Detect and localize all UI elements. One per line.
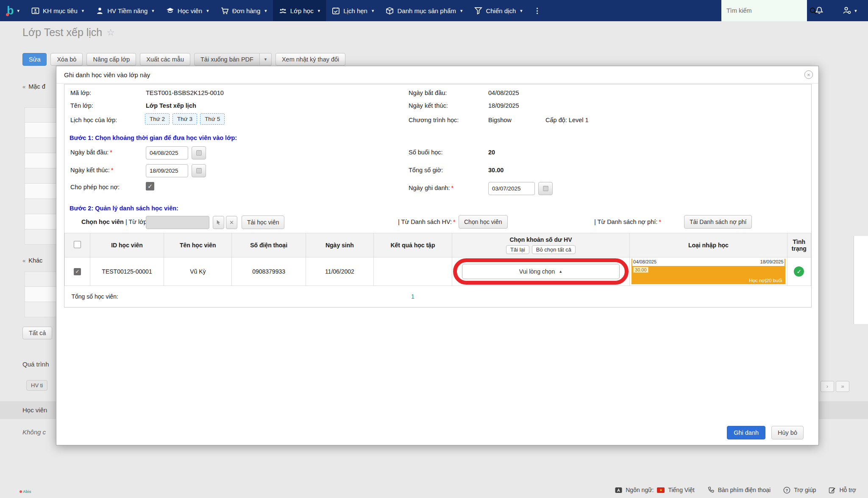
enrollment-end-date: 18/09/2025 bbox=[760, 259, 784, 266]
allow-debt-checkbox[interactable]: ✓ bbox=[146, 182, 154, 190]
row-checkbox[interactable]: ✓ bbox=[74, 268, 81, 275]
table-row-fragment bbox=[25, 287, 58, 302]
chevron-down-icon: ▾ bbox=[17, 8, 20, 14]
class-name-value: Lớp Test xếp lịch bbox=[146, 102, 196, 109]
table-row: ✓ TEST00125-00001 Vũ Kỳ 0908379933 11/06… bbox=[65, 257, 811, 286]
program-label: Chương trình học: bbox=[409, 117, 459, 123]
section-header-other[interactable]: « Khác bbox=[22, 257, 42, 264]
cancel-button[interactable]: Hủy bỏ bbox=[771, 426, 804, 439]
user-gear-icon bbox=[843, 6, 852, 15]
previous-class-input[interactable] bbox=[146, 216, 209, 229]
load-debt-list-button[interactable]: Tải Danh sách nợ phí bbox=[684, 215, 752, 229]
export-templates-button[interactable]: Xuất các mẫu bbox=[140, 53, 190, 66]
student-id-cell: TEST00125-00001 bbox=[90, 257, 164, 286]
start-date-calendar-button[interactable] bbox=[192, 146, 206, 159]
table-row-fragment bbox=[25, 107, 58, 123]
global-search bbox=[721, 0, 807, 21]
brand-dot-icon bbox=[19, 490, 22, 493]
end-date-label-text: Ngày kết thúc: bbox=[70, 167, 110, 173]
background-table-edge bbox=[854, 236, 868, 324]
support-link[interactable]: Hỗ trợ bbox=[829, 487, 856, 494]
col-header-id: ID học viên bbox=[90, 233, 164, 257]
end-date-input[interactable] bbox=[146, 164, 188, 177]
help-link[interactable]: ? Trợ giúp bbox=[783, 487, 816, 494]
collapse-icon: « bbox=[22, 257, 25, 264]
table-row-fragment bbox=[25, 168, 58, 184]
schedule-day-chip: Thứ 2 bbox=[145, 113, 170, 125]
logo-dot bbox=[6, 13, 9, 16]
enroll-date-input[interactable] bbox=[488, 182, 535, 195]
view-changelog-button[interactable]: Xem nhật ký thay đổi bbox=[275, 53, 345, 66]
table-row-fragment bbox=[25, 138, 58, 153]
delete-button[interactable]: Xóa bỏ bbox=[50, 53, 83, 66]
favorite-star-icon[interactable]: ☆ bbox=[106, 27, 115, 38]
help-label: Trợ giúp bbox=[794, 487, 816, 493]
balance-header-actions: Tải lại Bỏ chọn tất cả bbox=[453, 245, 629, 254]
start-date-input[interactable] bbox=[146, 146, 188, 159]
clear-picker-button[interactable]: ✕ bbox=[226, 216, 237, 229]
total-students-value: 1 bbox=[374, 286, 452, 308]
student-phone-cell: 0908379933 bbox=[232, 257, 306, 286]
from-list-label-text: | Từ Danh sách HV: bbox=[398, 218, 452, 225]
download-pdf-button[interactable]: Tải xuống bản PDF bbox=[194, 53, 260, 66]
step1-heading: Bước 1: Chọn khoảng thời gian để đưa học… bbox=[70, 134, 237, 141]
table-header-row: ID học viên Tên học viên Số điện thoại N… bbox=[65, 233, 811, 257]
nav-item-chien-dich[interactable]: Chiến dịch ▾ bbox=[468, 0, 528, 21]
user-settings-menu[interactable]: ▾ bbox=[832, 0, 868, 21]
enrollment-period-widget[interactable]: 04/08/2025 18/09/2025 30.00 Học nợ|20 bu… bbox=[632, 259, 785, 284]
select-all-checkbox[interactable] bbox=[74, 241, 81, 248]
section-header-default[interactable]: « Mặc đ bbox=[22, 83, 45, 90]
upgrade-class-button[interactable]: Nâng cấp lớp bbox=[86, 53, 136, 66]
search-input[interactable] bbox=[726, 7, 806, 14]
col-header-dob: Ngày sinh bbox=[306, 233, 373, 257]
collapse-icon: « bbox=[22, 84, 25, 90]
chevron-down-icon: ▾ bbox=[206, 8, 209, 14]
close-icon[interactable]: ✕ bbox=[804, 70, 813, 79]
nav-item-hv-tiem-nang[interactable]: HV Tiềm năng ▾ bbox=[90, 0, 160, 21]
pagination-last-button[interactable]: » bbox=[836, 381, 849, 392]
people-icon bbox=[279, 7, 287, 15]
class-end-label: Ngày kết thúc: bbox=[409, 102, 448, 109]
picker-cursor-button[interactable] bbox=[213, 216, 224, 229]
edit-button[interactable]: Sửa bbox=[22, 53, 47, 66]
choose-students-button[interactable]: Chọn học viên bbox=[459, 215, 508, 229]
class-name-label: Tên lớp: bbox=[70, 102, 93, 109]
notifications-bell-icon[interactable] bbox=[807, 0, 832, 21]
download-pdf-caret[interactable]: ▼ bbox=[260, 53, 272, 66]
more-menu-icon[interactable]: ⋮ bbox=[529, 0, 546, 21]
deselect-all-balance-button[interactable]: Bỏ chọn tất cả bbox=[532, 245, 576, 254]
hv-filter-chip[interactable]: HV ti bbox=[26, 380, 47, 391]
language-switcher[interactable]: Ngôn ngữ: ★ Tiếng Việt bbox=[615, 487, 694, 494]
end-date-calendar-button[interactable] bbox=[192, 164, 206, 177]
class-start-label: Ngày bắt đầu: bbox=[409, 90, 447, 96]
enrollment-debt-note: Học nợ|20 buổi bbox=[749, 278, 782, 283]
section-default-label: Mặc đ bbox=[28, 83, 45, 90]
enroll-date-calendar-button[interactable] bbox=[538, 182, 553, 195]
table-footer-row: Tổng số học viên: 1 bbox=[65, 286, 811, 308]
nav-item-label: Lớp học bbox=[290, 7, 314, 14]
nav-item-danh-muc-san-pham[interactable]: Danh mục sản phẩm ▾ bbox=[380, 0, 468, 21]
all-button[interactable]: Tất cả bbox=[22, 327, 52, 339]
total-students-label: Tổng số học viên: bbox=[65, 286, 374, 308]
load-students-button[interactable]: Tải học viên bbox=[242, 215, 284, 229]
top-navbar: b ▾ KH mục tiêu ▾ HV Tiềm năng ▾ Học viê… bbox=[0, 0, 868, 21]
reload-balance-button[interactable]: Tải lại bbox=[506, 245, 529, 254]
chevron-down-icon: ▾ bbox=[520, 8, 523, 14]
calendar-icon bbox=[542, 185, 549, 192]
nav-item-lop-hoc[interactable]: Lớp học ▾ bbox=[273, 0, 326, 21]
download-pdf-group: Tải xuống bản PDF ▼ bbox=[194, 53, 272, 66]
class-end-value: 18/09/2025 bbox=[488, 102, 519, 109]
table-row-fragment bbox=[25, 229, 58, 245]
enroll-submit-button[interactable]: Ghi danh bbox=[727, 426, 765, 439]
nav-item-kh-muc-tieu[interactable]: KH mục tiêu ▾ bbox=[25, 0, 90, 21]
nav-item-lich-hen[interactable]: Lịch hẹn ▾ bbox=[326, 0, 380, 21]
language-label: Ngôn ngữ: bbox=[626, 487, 654, 493]
app-logo[interactable]: b ▾ bbox=[0, 0, 25, 21]
students-table: ID học viên Tên học viên Số điện thoại N… bbox=[64, 233, 811, 308]
phone-keyboard-link[interactable]: Bàn phím điện thoại bbox=[707, 487, 771, 494]
nav-item-don-hang[interactable]: Đơn hàng ▾ bbox=[215, 0, 273, 21]
balance-select-dropdown[interactable]: Vui lòng chọn ▲ bbox=[462, 264, 620, 279]
nav-item-hoc-vien[interactable]: Học viên ▾ bbox=[160, 0, 215, 21]
pagination-next-button[interactable]: › bbox=[821, 381, 834, 392]
language-icon bbox=[615, 487, 622, 494]
